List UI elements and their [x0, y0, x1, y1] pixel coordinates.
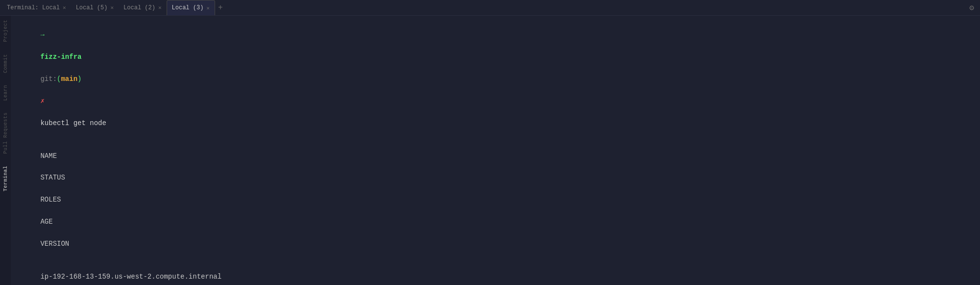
node-header-roles: ROLES — [40, 196, 61, 204]
tab-local3-close[interactable]: ✕ — [206, 5, 210, 11]
sidebar-item-terminal[interactable]: Terminal — [2, 164, 9, 193]
tab-local2-label: Local (2) — [123, 4, 155, 11]
tab-local2[interactable]: Local (2) ✕ — [119, 0, 166, 15]
sidebar: Project Commit Learn Pull Requests Termi… — [0, 16, 11, 285]
terminal-line-1: → fizz-infra git:(main) ✗ kubectl get no… — [16, 19, 975, 139]
prompt-space3 — [40, 86, 44, 94]
prompt-git: git: — [40, 75, 57, 83]
new-tab-button[interactable]: + — [215, 3, 226, 12]
tab-local2-close[interactable]: ✕ — [158, 4, 162, 11]
node1-name: ip-192-168-13-159.us-west-2.compute.inte… — [40, 273, 221, 281]
terminal-line-2: NAME STATUS ROLES AGE VERSION — [16, 139, 975, 260]
tab-local3[interactable]: Local (3) ✕ — [167, 0, 215, 15]
tab-local5[interactable]: Local (5) ✕ — [71, 0, 119, 15]
tab-local5-label: Local (5) — [76, 4, 108, 11]
prompt-space — [40, 42, 44, 50]
sidebar-item-project[interactable]: Project — [2, 18, 9, 44]
prompt-branch: main — [61, 75, 77, 83]
prompt-arrow: → — [40, 31, 44, 39]
sidebar-item-pull-requests[interactable]: Pull Requests — [2, 110, 9, 156]
prompt-branch-close: ) — [77, 75, 81, 83]
terminal-area[interactable]: → fizz-infra git:(main) ✗ kubectl get no… — [11, 16, 980, 285]
prompt-space4 — [40, 108, 44, 116]
tab-local5-close[interactable]: ✕ — [110, 4, 114, 11]
tab-bar: Terminal: Local ✕ Local (5) ✕ Local (2) … — [0, 0, 980, 16]
node-header-status: STATUS — [40, 174, 65, 181]
node-header-age: AGE — [40, 218, 52, 226]
settings-icon[interactable]: ⚙ — [965, 3, 978, 13]
main-layout: Project Commit Learn Pull Requests Termi… — [0, 16, 980, 285]
prompt-space2 — [40, 64, 44, 72]
prompt-dir: fizz-infra — [40, 53, 81, 61]
prompt-x: ✗ — [40, 97, 44, 105]
sidebar-item-commit[interactable]: Commit — [2, 52, 9, 75]
tab-local[interactable]: Terminal: Local ✕ — [2, 0, 71, 15]
tab-local-label: Terminal: Local — [7, 4, 60, 11]
node-header-name: NAME — [40, 152, 57, 160]
tab-local-close[interactable]: ✕ — [63, 4, 66, 11]
node-header-version: VERSION — [40, 240, 69, 248]
tab-local3-label: Local (3) — [172, 4, 204, 11]
terminal-line-3: ip-192-168-13-159.us-west-2.compute.inte… — [16, 260, 975, 285]
cmd-get-node: kubectl get node — [40, 119, 106, 127]
sidebar-item-learn[interactable]: Learn — [2, 83, 9, 103]
